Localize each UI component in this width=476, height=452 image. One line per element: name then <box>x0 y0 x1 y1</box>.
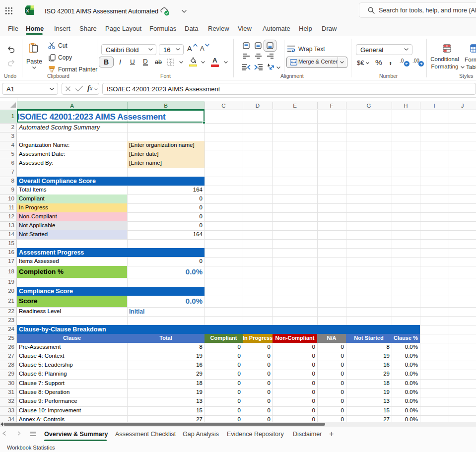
svg-text:X: X <box>26 8 29 13</box>
svg-text:.00: .00 <box>412 58 419 64</box>
svg-text:.0: .0 <box>400 58 404 64</box>
